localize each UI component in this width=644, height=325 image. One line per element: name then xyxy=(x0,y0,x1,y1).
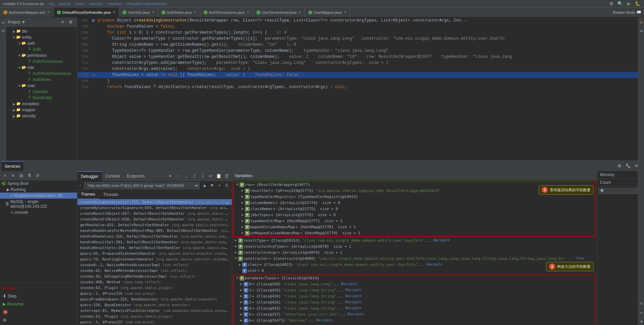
navigate-link[interactable]: Navigate xyxy=(345,294,361,298)
service-singledemo[interactable]: SingleDemoApplication :80 xyxy=(0,193,77,199)
thread-copy[interactable]: ⎘ xyxy=(223,182,230,189)
code-line-710[interactable]: 710 Object value = typeHandler.getResult… xyxy=(77,54,639,60)
memory-search[interactable] xyxy=(599,188,643,194)
tree-dto[interactable]: ▶ 📁 dto xyxy=(0,28,77,34)
favorites-icon[interactable]: ★ xyxy=(638,318,644,325)
code-line-711[interactable]: 711 constructorArgTypes.add(parameterTyp… xyxy=(77,60,639,66)
stack-frame-6[interactable]: handleRowValues:326, DefaultResultSetHan… xyxy=(77,234,232,239)
stack-frame-5[interactable]: handleRowValuesForNestedResultMap:909, D… xyxy=(77,228,232,234)
tab-userserviceimpl[interactable]: UserServiceImpl.java ✕ xyxy=(253,7,305,17)
tree-security[interactable]: ▶ 📁 security xyxy=(0,113,77,119)
project-settings-btn[interactable]: ⚙ xyxy=(67,18,74,26)
var-classnames[interactable]: ▶ P classNames = {ArrayList@15775} size … xyxy=(234,206,595,212)
var-pt5[interactable]: ▶ F 5 = {Class@297} "interface java.util… xyxy=(234,312,595,318)
breadcrumb-resultset[interactable]: resultset xyxy=(108,2,122,6)
code-line-713[interactable]: 713 → foundValues = value != null || fou… xyxy=(77,72,639,78)
stack-frame-0[interactable]: createUsingConstructor:713, DefaultResul… xyxy=(77,199,232,205)
debug-settings-btn[interactable]: ⚙ xyxy=(1,316,76,324)
tree-exception[interactable]: ▶ 📁 exception xyxy=(0,101,77,107)
tab-services[interactable]: Services xyxy=(1,161,24,171)
dbg-toolbar-btn1[interactable]: ≡ xyxy=(167,172,174,180)
stack-frame-11[interactable]: invoke0:-1, NativeMethodAccessorImpl (su… xyxy=(77,262,232,268)
toolbar-btn-run[interactable]: ▶ xyxy=(625,0,633,7)
breadcrumb-org[interactable]: org xyxy=(49,2,54,6)
navigate-link-clazz[interactable]: Navigate xyxy=(426,262,442,266)
var-pt1[interactable]: ▶ F 1 = {Class@426} "class java.lang.Str… xyxy=(234,287,595,293)
var-constructor[interactable]: ▼ P constructor = {Constructor@14880} "c… xyxy=(232,256,597,262)
stack-frame-9[interactable]: query:65, PreparedStatementHandler (org.… xyxy=(77,251,232,256)
breadcrumb-class[interactable]: DefaultResultSetHandler xyxy=(126,2,167,6)
navigate-link[interactable]: Navigate xyxy=(345,306,361,310)
tab-authpermissions[interactable]: AuthPermissions.java ✕ xyxy=(200,7,253,17)
stack-frame-12[interactable]: invoke:62, NativeMethodAccessorImpl (sun… xyxy=(77,268,232,274)
dbg-toolbar-btn7[interactable]: 📋 xyxy=(215,172,222,180)
tab-authroles[interactable]: AuthRoles.java ✕ xyxy=(158,7,200,17)
tree-auth[interactable]: ▼ 📂 auth xyxy=(0,40,77,46)
service-springboot[interactable]: 🌿 Spring Boot xyxy=(0,180,77,187)
threads-tab[interactable]: Threads xyxy=(99,190,122,199)
tab-endpoints[interactable]: Endpoints xyxy=(123,171,148,181)
var-slot[interactable]: F slot = 0 xyxy=(232,268,597,274)
var-pt0[interactable]: ▶ F 0 = {Class@350} "class java.lang.Lon… xyxy=(234,281,595,287)
var-pt3[interactable]: ▶ F 3 = {Class@426} "class java.lang.Str… xyxy=(234,299,595,306)
var-clazz[interactable]: ▶ F clazz = {Class@14823} "class com.nis… xyxy=(232,262,597,268)
debug-step-btn[interactable]: ⬇ Step xyxy=(1,292,76,299)
dbg-toolbar-btn8[interactable]: ☰ xyxy=(223,172,230,180)
code-line-714[interactable]: 714 } xyxy=(77,78,639,84)
tree-authrolepermissions-class[interactable]: J AuthRolePermissions xyxy=(0,71,77,77)
stack-frame-7[interactable]: handleResultSet:301, DefaultResultSetHan… xyxy=(77,239,232,245)
thread-nav-down[interactable]: ▼ xyxy=(208,182,216,189)
stack-frame-17[interactable]: queryFromDatabase:325, BaseExecutor (org… xyxy=(77,296,232,302)
services-add-btn[interactable]: + xyxy=(1,172,9,179)
stack-frame-21[interactable]: query:-1, $Proxy125 (com.sun.proxy) xyxy=(77,319,232,325)
structure-icon[interactable]: S xyxy=(0,19,7,26)
stack-frame-15[interactable]: invoke:63, Plugin (org.apache.ibatis.plu… xyxy=(77,285,232,291)
navigate-link[interactable]: Navigate xyxy=(348,312,364,316)
stack-frame-3[interactable]: createResultObject:630, DefaultResultSet… xyxy=(77,216,232,222)
tree-authpermissions-class[interactable]: J AuthPermissions xyxy=(0,58,77,65)
tree-userinfo-class[interactable]: J UserInfo xyxy=(0,89,77,95)
service-console[interactable]: ≡ console xyxy=(0,209,77,215)
tree-permission[interactable]: ▼ 📂 permission xyxy=(0,52,77,58)
tree-mapper[interactable]: ▶ 📁 mapper xyxy=(0,107,77,113)
var-mappedcolumnnamesmap[interactable]: ▶ P mappedColumnNamesMap = {HashMap@1577… xyxy=(234,224,595,230)
var-jdbctypes[interactable]: ▶ P jdbcTypes = {ArrayList@15776} size =… xyxy=(234,212,595,218)
var-resulttype[interactable]: ▶ P resultType = {Class@10153} "class co… xyxy=(232,238,597,244)
var-parametertypes[interactable]: ▼ P parameterTypes = {Class[10]@15014} xyxy=(234,275,595,281)
var-pt4[interactable]: ▶ F 4 = {Class@426} "class java.lang.Str… xyxy=(234,306,595,312)
navigate-link[interactable]: Navigate xyxy=(345,288,361,292)
codota-icon[interactable]: C xyxy=(638,300,644,308)
thread-nav-up[interactable]: ▲ xyxy=(201,182,208,189)
breadcrumb-executor[interactable]: executor xyxy=(89,2,103,6)
stack-frame-10[interactable]: query:79, RoutingStatementHandler (org.a… xyxy=(77,256,232,262)
tab-close[interactable]: ✕ xyxy=(152,10,154,14)
navigate-link[interactable]: Navigate xyxy=(345,300,361,304)
dbg-toolbar-btn3[interactable]: ↓ xyxy=(183,172,190,180)
dbg-toolbar-btn4[interactable]: ⤴ xyxy=(191,172,198,180)
services-filter-btn[interactable]: ⚗ xyxy=(26,172,33,179)
toolbar-btn-2[interactable]: 🔍 xyxy=(616,0,624,7)
breadcrumb-apache[interactable]: apache xyxy=(59,2,71,6)
var-constructorargtypes[interactable]: ▶ P constructorArgTypes = {ArrayList@148… xyxy=(232,244,597,250)
tree-user[interactable]: ▼ 📂 user xyxy=(0,83,77,89)
var-typehandlerregistry[interactable]: ▶ P typeHandlerRegistry = {TypeHandlerRe… xyxy=(234,194,595,200)
frames-tab[interactable]: Frames xyxy=(77,190,99,199)
view-link-constructor[interactable]: View xyxy=(576,256,584,260)
var-pt7[interactable]: ▶ F 7 = {Class@15471} "boolean"... Navig… xyxy=(234,324,595,325)
stack-frame-19[interactable]: intercept:81, MybatisPlusInterceptor (co… xyxy=(77,308,232,314)
services-group-btn[interactable]: ⊞ xyxy=(17,172,25,179)
tab-close[interactable]: ✕ xyxy=(113,10,115,14)
services-refresh-btn[interactable]: ↺ xyxy=(34,172,41,179)
toolbar-btn-1[interactable]: ⚙ xyxy=(608,0,615,7)
stack-frame-14[interactable]: invoke:498, Method (java.lang.reflect) xyxy=(77,279,232,285)
project-collapse-btn[interactable]: ≡ xyxy=(59,18,66,26)
toolbar-btn-debug[interactable]: 🐛 xyxy=(634,0,641,7)
service-mysql[interactable]: 🗄 MySQL - single-demo@140.143.222 xyxy=(0,199,77,209)
code-line-704[interactable]: 704 private Object createUsingConstructo… xyxy=(77,17,639,24)
tab-console-dbg[interactable]: Console xyxy=(102,171,123,181)
code-line-708[interactable]: 708 String columnName = rsw.getColumnNam… xyxy=(77,42,639,48)
debug-stop-btn[interactable]: ■ Stop xyxy=(1,284,76,291)
stack-frame-8[interactable]: handleResultSets:194, DefaultResultSetHa… xyxy=(77,245,232,251)
service-running[interactable]: ▶ Running xyxy=(0,187,77,193)
var-columnnames[interactable]: ▶ P columnNames = {ArrayList@15774} size… xyxy=(234,200,595,206)
